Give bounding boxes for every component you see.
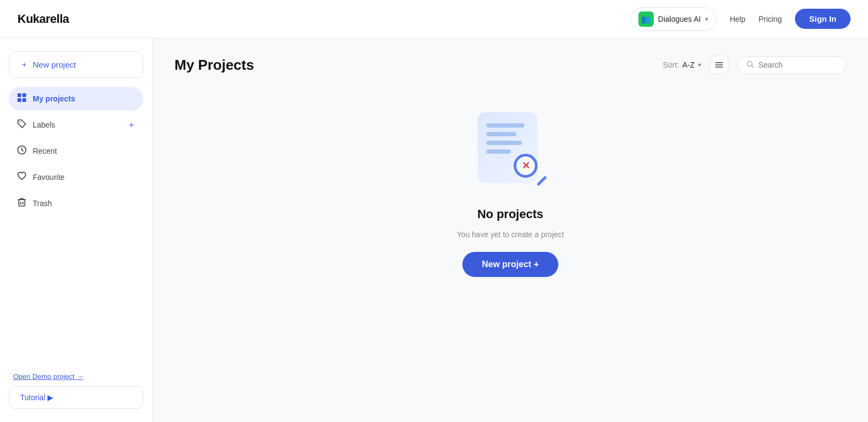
new-project-main-label: New project +	[482, 260, 539, 269]
list-view-button[interactable]	[710, 56, 728, 74]
clock-icon	[16, 144, 27, 158]
doc-line-3	[486, 141, 522, 145]
sidebar-item-recent[interactable]: Recent	[9, 139, 143, 163]
trash-icon	[16, 197, 27, 210]
sidebar-bottom: Open Demo project → Tutorial ▶	[9, 364, 143, 409]
doc-line-2	[486, 132, 516, 136]
sidebar: ＋ New project My projects	[0, 38, 153, 422]
empty-state: ✕ No projects You have yet to create a p…	[174, 107, 846, 277]
header-controls: Sort: A-Z ▾	[663, 56, 846, 74]
sort-control[interactable]: Sort: A-Z ▾	[663, 61, 701, 69]
heart-icon	[16, 171, 27, 184]
sidebar-item-my-projects[interactable]: My projects	[9, 87, 143, 111]
workspace-name: Dialogues AI	[658, 15, 701, 23]
workspace-icon: 👥	[638, 11, 654, 27]
svg-rect-1	[22, 93, 26, 97]
content-header: My Projects Sort: A-Z ▾	[174, 56, 846, 74]
search-icon	[746, 61, 754, 70]
grid-icon	[16, 92, 27, 105]
new-project-main-button[interactable]: New project +	[462, 252, 558, 277]
tutorial-button[interactable]: Tutorial ▶	[9, 386, 143, 409]
doc-line-1	[486, 123, 525, 128]
svg-point-12	[748, 61, 752, 66]
magnifier-icon: ✕	[514, 154, 548, 189]
doc-lines	[486, 123, 525, 154]
my-projects-label: My projects	[33, 94, 136, 103]
search-input[interactable]	[758, 61, 837, 69]
page-title: My Projects	[174, 57, 254, 74]
svg-rect-0	[17, 93, 21, 97]
empty-title: No projects	[477, 207, 543, 221]
logo: Kukarella	[17, 12, 69, 26]
workspace-button[interactable]: 👥 Dialogues AI ▾	[630, 7, 717, 31]
magnifier-x-icon: ✕	[522, 160, 530, 172]
svg-line-13	[752, 65, 754, 68]
plus-icon: ＋	[20, 59, 28, 70]
empty-illustration: ✕	[467, 107, 554, 194]
header: Kukarella 👥 Dialogues AI ▾ Help Pricing …	[0, 0, 868, 38]
open-demo-link[interactable]: Open Demo project →	[9, 372, 143, 381]
content-area: My Projects Sort: A-Z ▾	[153, 38, 868, 422]
favourite-label: Favourite	[33, 173, 136, 182]
sidebar-item-favourite[interactable]: Favourite	[9, 165, 143, 189]
svg-rect-3	[22, 98, 26, 102]
labels-add-icon[interactable]: ＋	[127, 119, 136, 131]
sidebar-nav: My projects Labels ＋	[9, 87, 143, 359]
new-project-label: New project	[33, 60, 76, 69]
sort-label: Sort:	[663, 61, 679, 69]
doc-line-4	[486, 149, 511, 154]
magnifier-handle	[537, 176, 547, 186]
trash-label: Trash	[33, 199, 136, 208]
tag-icon	[16, 118, 27, 131]
svg-rect-6	[19, 200, 25, 206]
new-project-button[interactable]: ＋ New project	[9, 51, 143, 78]
search-box	[737, 56, 846, 74]
sidebar-item-labels[interactable]: Labels ＋	[9, 113, 143, 137]
sort-value: A-Z	[682, 61, 695, 69]
main-layout: ＋ New project My projects	[0, 38, 868, 422]
pricing-link[interactable]: Pricing	[758, 15, 782, 23]
magnifier-circle: ✕	[514, 154, 538, 178]
help-link[interactable]: Help	[730, 15, 745, 23]
recent-label: Recent	[33, 147, 136, 155]
sidebar-item-trash[interactable]: Trash	[9, 191, 143, 215]
labels-label: Labels	[33, 120, 122, 129]
chevron-down-icon: ▾	[705, 15, 708, 23]
header-right: 👥 Dialogues AI ▾ Help Pricing Sign In	[630, 7, 851, 31]
signin-button[interactable]: Sign In	[795, 9, 851, 29]
svg-rect-2	[17, 98, 21, 102]
svg-point-4	[20, 122, 21, 123]
sort-chevron-icon: ▾	[698, 61, 701, 69]
empty-subtitle: You have yet to create a project	[457, 230, 564, 239]
